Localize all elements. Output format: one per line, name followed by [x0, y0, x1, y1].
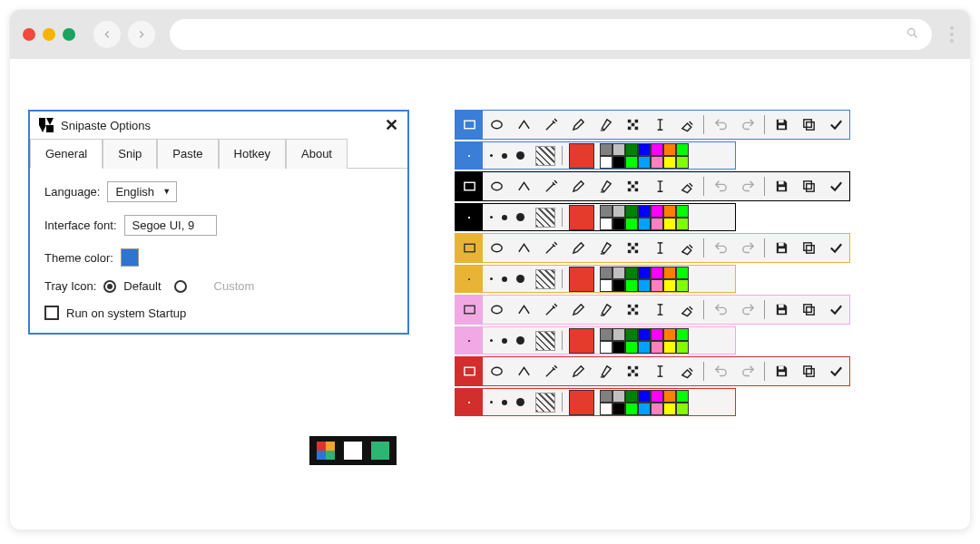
- palette-color[interactable]: [600, 279, 612, 292]
- current-color-swatch[interactable]: [569, 143, 594, 169]
- palette-color[interactable]: [638, 143, 651, 156]
- palette-color[interactable]: [676, 328, 689, 341]
- palette-color[interactable]: [612, 328, 625, 341]
- palette-color[interactable]: [625, 205, 638, 218]
- palette-color[interactable]: [600, 156, 612, 169]
- palette-color[interactable]: [663, 143, 676, 156]
- tab-general[interactable]: General: [30, 139, 103, 169]
- stroke-size-dots[interactable]: [483, 275, 532, 283]
- done-tool-icon[interactable]: [822, 111, 849, 139]
- current-color-swatch[interactable]: [569, 267, 594, 292]
- palette-color[interactable]: [676, 205, 689, 218]
- redo-tool-icon[interactable]: [734, 172, 761, 200]
- picker-tool-icon[interactable]: [537, 111, 564, 139]
- highlighter-tool-icon[interactable]: [592, 296, 619, 324]
- palette-color[interactable]: [600, 267, 612, 279]
- palette-color[interactable]: [638, 328, 651, 341]
- palette-color[interactable]: [600, 341, 612, 354]
- palette-color[interactable]: [600, 218, 612, 230]
- palette-color[interactable]: [651, 156, 663, 169]
- fill-pattern-icon[interactable]: [535, 146, 555, 166]
- palette-color[interactable]: [638, 390, 651, 403]
- mosaic-tool-icon[interactable]: [619, 357, 646, 385]
- color-palette[interactable]: [600, 267, 689, 292]
- palette-color[interactable]: [676, 218, 689, 230]
- text-tool-icon[interactable]: [646, 234, 673, 262]
- palette-color[interactable]: [663, 205, 676, 218]
- palette-color[interactable]: [651, 403, 663, 415]
- palette-color[interactable]: [651, 341, 663, 354]
- color-palette[interactable]: [600, 390, 689, 415]
- fill-pattern-icon[interactable]: [535, 331, 555, 351]
- done-tool-icon[interactable]: [822, 172, 849, 200]
- undo-tool-icon[interactable]: [707, 296, 734, 324]
- color-palette[interactable]: [600, 205, 689, 230]
- text-tool-icon[interactable]: [646, 357, 673, 385]
- pencil-tool-icon[interactable]: [564, 234, 592, 262]
- copy-tool-icon[interactable]: [795, 357, 822, 385]
- text-tool-icon[interactable]: [646, 172, 673, 200]
- close-icon[interactable]: ✕: [385, 117, 398, 133]
- picker-tool-icon[interactable]: [537, 296, 564, 324]
- palette-color[interactable]: [676, 390, 689, 403]
- picker-tool-icon[interactable]: [537, 234, 564, 262]
- palette-color[interactable]: [638, 279, 651, 292]
- line-tool-icon[interactable]: [510, 296, 537, 324]
- done-tool-icon[interactable]: [822, 357, 849, 385]
- palette-color[interactable]: [638, 218, 651, 230]
- language-select[interactable]: English: [107, 181, 177, 202]
- copy-tool-icon[interactable]: [795, 234, 822, 262]
- palette-color[interactable]: [676, 403, 689, 415]
- current-color-swatch[interactable]: [569, 205, 594, 230]
- palette-color[interactable]: [612, 205, 625, 218]
- rect-tool-icon[interactable]: [456, 172, 483, 200]
- palette-color[interactable]: [663, 328, 676, 341]
- rect-tool-icon[interactable]: [456, 111, 483, 139]
- palette-color[interactable]: [612, 267, 625, 279]
- highlighter-tool-icon[interactable]: [592, 172, 619, 200]
- window-min-dot[interactable]: [43, 28, 55, 41]
- text-tool-icon[interactable]: [646, 111, 673, 139]
- pencil-tool-icon[interactable]: [564, 357, 592, 385]
- tab-snip[interactable]: Snip: [103, 139, 157, 169]
- palette-color[interactable]: [663, 403, 676, 415]
- eraser-tool-icon[interactable]: [673, 296, 701, 324]
- line-tool-icon[interactable]: [510, 111, 537, 139]
- palette-color[interactable]: [625, 390, 638, 403]
- tray-icon-variant-1[interactable]: [344, 442, 362, 460]
- palette-color[interactable]: [676, 341, 689, 354]
- color-palette[interactable]: [600, 143, 689, 169]
- palette-color[interactable]: [625, 403, 638, 415]
- browser-menu-button[interactable]: [946, 26, 957, 43]
- palette-color[interactable]: [638, 205, 651, 218]
- tab-paste[interactable]: Paste: [157, 139, 218, 169]
- eraser-tool-icon[interactable]: [673, 357, 701, 385]
- rect-tool-icon[interactable]: [456, 234, 483, 262]
- palette-color[interactable]: [676, 279, 689, 292]
- oval-tool-icon[interactable]: [483, 111, 510, 139]
- palette-color[interactable]: [612, 279, 625, 292]
- mosaic-tool-icon[interactable]: [619, 296, 646, 324]
- palette-color[interactable]: [676, 143, 689, 156]
- palette-color[interactable]: [600, 205, 612, 218]
- picker-tool-icon[interactable]: [537, 172, 564, 200]
- eraser-tool-icon[interactable]: [673, 172, 701, 200]
- undo-tool-icon[interactable]: [707, 234, 734, 262]
- tray-radio-custom[interactable]: [174, 280, 187, 293]
- redo-tool-icon[interactable]: [734, 234, 761, 262]
- save-tool-icon[interactable]: [768, 111, 795, 139]
- mosaic-tool-icon[interactable]: [619, 111, 646, 139]
- palette-color[interactable]: [676, 267, 689, 279]
- pencil-tool-icon[interactable]: [564, 172, 592, 200]
- palette-color[interactable]: [625, 156, 638, 169]
- palette-color[interactable]: [612, 218, 625, 230]
- stroke-size-dots[interactable]: [483, 336, 532, 345]
- palette-color[interactable]: [600, 328, 612, 341]
- copy-tool-icon[interactable]: [795, 172, 822, 200]
- highlighter-tool-icon[interactable]: [592, 111, 619, 139]
- palette-color[interactable]: [651, 267, 663, 279]
- palette-color[interactable]: [638, 341, 651, 354]
- tray-icon-variant-0[interactable]: [317, 442, 335, 460]
- nav-back-button[interactable]: [93, 21, 121, 48]
- tray-radio-default[interactable]: [103, 280, 116, 293]
